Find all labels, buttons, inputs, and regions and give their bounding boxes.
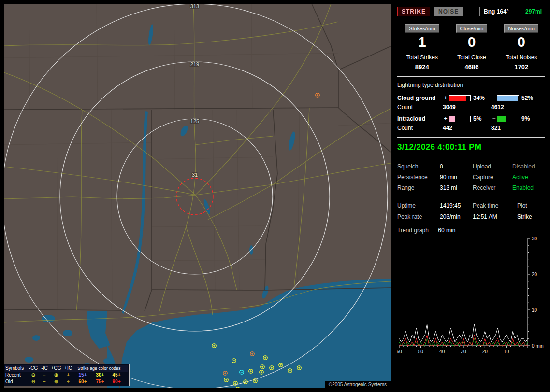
legend-col-pic: +IC (62, 365, 74, 372)
copyright-text: ©2005 Astrogenic Systems (325, 381, 391, 388)
total-noises-value: 1702 (496, 63, 546, 70)
bearing-distance: 297mi (525, 8, 542, 15)
capture-status: Active (512, 174, 546, 181)
noises-per-min-value: 0 (496, 34, 546, 50)
range-label: Range (397, 184, 440, 191)
strike-map[interactable]: 31321912531 Symbols -CG -IC +CG +IC Stri… (4, 4, 391, 388)
trend-window-value: 60 min (438, 227, 455, 234)
plot-label: Plot (517, 202, 546, 209)
close-per-min-button[interactable]: Close/min (456, 24, 488, 33)
peak-rate-label: Peak rate (397, 213, 440, 220)
intracloud-label: Intracloud (397, 115, 443, 122)
uptime-grid: Uptime 1419:45 Peak time Plot Peak rate … (397, 202, 546, 220)
svg-text:60: 60 (397, 349, 402, 354)
ic-negative-count: 821 (491, 125, 546, 131)
svg-text:30: 30 (461, 349, 466, 354)
separator (397, 197, 545, 197)
settings-grid: Squelch 0 Upload Disabled Persistence 90… (397, 163, 546, 191)
legend-old-label: Old (5, 378, 28, 385)
peak-rate-value: 203/min (440, 213, 473, 220)
cloud-ground-label: Cloud-ground (397, 95, 443, 101)
strikes-per-min-button[interactable]: Strikes/min (405, 24, 439, 33)
rates-section: Strikes/min 1 Total Strikes 8924 Close/m… (397, 24, 546, 70)
trend-graph: 3020100 min605040302010 (397, 236, 547, 357)
close-per-min-value: 0 (447, 34, 497, 50)
ic-positive-pct: 5% (471, 115, 491, 122)
minus-sign: − (491, 115, 497, 122)
noises-per-min-button[interactable]: Noises/min (504, 24, 538, 33)
peak-time-value: 12:51 AM (473, 213, 517, 220)
plus-sign: + (443, 115, 449, 122)
lightning-detector-app: 31321912531 Symbols -CG -IC +CG +IC Stri… (0, 0, 550, 392)
age-75: 75+ (91, 378, 109, 385)
total-strikes-value: 8924 (397, 63, 447, 70)
total-strikes-label: Total Strikes (397, 54, 447, 61)
legend-col-pcg: +CG (50, 365, 62, 372)
svg-text:219: 219 (190, 61, 199, 67)
cloud-ground-row: Cloud-ground + 34% − 52% (397, 95, 546, 101)
cg-negative-pct: 52% (519, 95, 538, 101)
recent-pcg-icon: ⊕ (50, 372, 62, 378)
old-pcg-icon: ⊕ (50, 378, 62, 385)
cg-positive-count: 3049 (443, 104, 491, 111)
legend-col-nic: -IC (39, 365, 50, 372)
upload-label: Upload (473, 163, 512, 170)
separator (397, 76, 545, 77)
legend-recent-label: Recent (5, 372, 28, 378)
separator (397, 137, 545, 138)
separator (397, 158, 545, 158)
old-pic-icon: + (62, 378, 74, 385)
map-canvas[interactable]: 31321912531 (4, 4, 391, 388)
cloud-ground-count-row: Count 3049 4612 (397, 104, 546, 111)
ic-negative-bar (497, 116, 519, 122)
svg-text:50: 50 (418, 349, 424, 354)
old-nic-icon: − (39, 378, 50, 385)
svg-text:313: 313 (190, 4, 199, 9)
receiver-status: Enabled (512, 184, 546, 191)
ic-positive-bar (449, 116, 471, 122)
ic-negative-pct: 9% (519, 115, 538, 122)
age-60: 60+ (74, 378, 91, 385)
cg-negative-count: 4612 (491, 104, 546, 111)
map-legend: Symbols -CG -IC +CG +IC Strike age color… (4, 364, 130, 386)
persistence-label: Persistence (397, 174, 440, 181)
distribution-title: Lightning type distribution (397, 82, 545, 90)
intracloud-row: Intracloud + 5% − 9% (397, 115, 546, 122)
age-30: 30+ (91, 372, 109, 378)
intracloud-count-row: Count 442 821 (397, 125, 546, 131)
close-column: Close/min 0 Total Close 4686 (447, 24, 497, 70)
range-value: 313 mi (440, 184, 473, 191)
count-label: Count (397, 104, 443, 111)
total-close-label: Total Close (447, 54, 497, 61)
noise-indicator-button[interactable]: NOISE (434, 7, 463, 16)
cg-positive-bar (449, 95, 471, 101)
plus-sign: + (443, 95, 449, 101)
svg-text:10: 10 (532, 308, 537, 313)
cg-positive-pct: 34% (471, 95, 491, 101)
recent-ncg-icon: ⊖ (28, 372, 39, 378)
strike-indicator-button[interactable]: STRIKE (397, 7, 430, 16)
legend-age-header: Strike age color codes (74, 365, 124, 372)
svg-text:0 min: 0 min (532, 343, 543, 349)
squelch-label: Squelch (397, 163, 440, 170)
bearing-readout: Bng 164° 297mi (479, 7, 546, 16)
upload-status: Disabled (512, 163, 546, 170)
recent-pic-icon: + (62, 372, 74, 378)
svg-text:30: 30 (532, 236, 537, 241)
uptime-label: Uptime (397, 202, 440, 209)
plot-value: Strike (517, 213, 546, 220)
total-close-value: 4686 (447, 63, 497, 70)
cg-negative-bar (497, 95, 519, 101)
receiver-label: Receiver (473, 184, 512, 191)
legend-col-ncg: -CG (28, 365, 39, 372)
status-panel: STRIKE NOISE Bng 164° 297mi Strikes/min … (394, 4, 547, 388)
peak-time-label: Peak time (473, 202, 517, 209)
age-90: 90+ (109, 378, 124, 385)
minus-sign: − (491, 95, 497, 101)
squelch-value: 0 (440, 163, 473, 170)
svg-text:20: 20 (482, 349, 488, 354)
trend-graph-label: Trend graph (397, 227, 429, 234)
persistence-value: 90 min (440, 174, 473, 181)
svg-text:40: 40 (439, 349, 445, 354)
datetime-display: 3/12/2026 4:00:11 PM (397, 142, 546, 152)
